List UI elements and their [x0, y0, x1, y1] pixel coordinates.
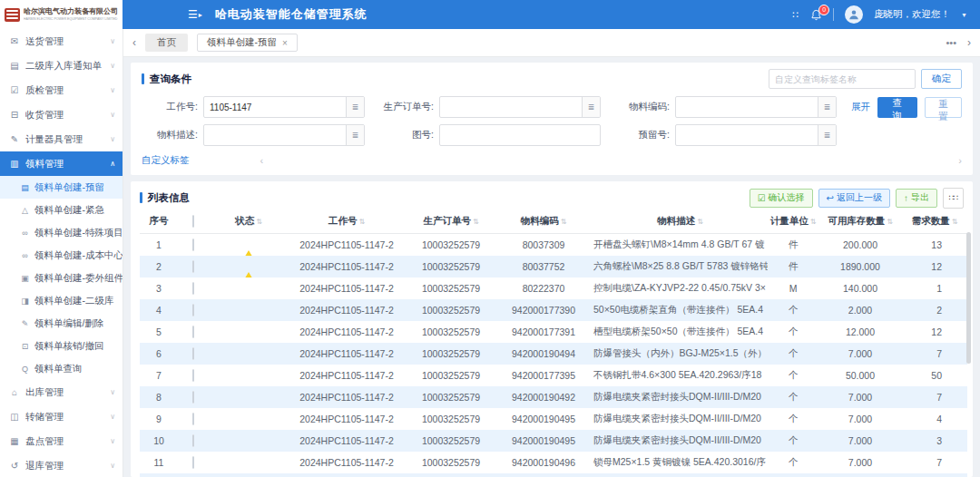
- query-field-input[interactable]: [676, 97, 818, 117]
- row-checkbox[interactable]: [192, 304, 194, 316]
- back-level-button[interactable]: ↩ 返回上一级: [818, 189, 890, 208]
- sidebar-item[interactable]: ▦盘点管理∨: [0, 429, 122, 453]
- sidebar-item[interactable]: ▥领料管理∧: [0, 151, 122, 176]
- query-field-input[interactable]: [440, 125, 600, 145]
- tab-home[interactable]: 首页: [145, 34, 188, 52]
- column-header[interactable]: 计量单位⇅: [768, 209, 818, 234]
- query-field-input[interactable]: [440, 97, 582, 117]
- column-header[interactable]: 工作号⇅: [289, 209, 405, 234]
- chevron-down-icon: ∨: [110, 462, 115, 470]
- sidebar-item[interactable]: ⌂出库管理∨: [0, 380, 122, 404]
- sort-icon: ⇅: [256, 218, 262, 226]
- company-name: 哈尔滨电气动力装备有限公司: [24, 8, 118, 16]
- reset-button[interactable]: 重置: [925, 97, 963, 118]
- table-row[interactable]: 12024HPC1105-1147-21000325257980037309开槽…: [140, 234, 967, 257]
- sidebar-item[interactable]: ✉送货管理∨: [0, 29, 122, 54]
- sort-icon: ⇅: [952, 218, 958, 226]
- user-avatar[interactable]: [845, 5, 863, 24]
- table-row[interactable]: 62024HPC1105-1147-2100032525799420001904…: [140, 343, 967, 365]
- transfer-icon: ◫: [9, 412, 20, 422]
- sidebar-item[interactable]: ↺退库管理∨: [0, 453, 122, 477]
- table-row[interactable]: 102024HPC1105-1147-210003252579942000190…: [140, 430, 967, 452]
- column-header[interactable]: 生产订单号⇅: [405, 209, 497, 234]
- tabs-back-icon[interactable]: ‹: [132, 36, 136, 49]
- custom-tag-name-input[interactable]: [769, 69, 916, 89]
- query-field-input[interactable]: [676, 125, 818, 145]
- app-root: 哈尔滨电气动力装备有限公司 HARBIN ELECTRIC POWER EQUI…: [0, 0, 980, 477]
- search-button[interactable]: 查询: [877, 97, 917, 118]
- outsourced-component-icon: ▣: [20, 274, 30, 283]
- special-project-icon: ∞: [20, 229, 30, 238]
- export-button[interactable]: ↑ 导出: [896, 189, 937, 208]
- fullscreen-icon[interactable]: ∷: [792, 9, 799, 21]
- tags-scroll-left-icon[interactable]: ‹: [260, 155, 264, 166]
- sidebar-subitem[interactable]: Q领料单查询: [0, 357, 122, 380]
- row-checkbox[interactable]: [192, 391, 194, 404]
- column-header[interactable]: 物料描述⇅: [590, 209, 768, 234]
- sidebar-subitem[interactable]: ◨领料单创建-二级库: [0, 289, 122, 312]
- row-checkbox[interactable]: [192, 260, 194, 273]
- filter-icon[interactable]: ≣: [346, 97, 364, 117]
- checkbox[interactable]: [192, 215, 194, 228]
- filter-icon[interactable]: ≣: [346, 125, 364, 145]
- row-checkbox[interactable]: [192, 413, 194, 425]
- tabs-forward-icon[interactable]: ›: [967, 36, 971, 49]
- sidebar-item[interactable]: ⊟收货管理∨: [0, 102, 122, 127]
- column-header[interactable]: 序号: [140, 209, 178, 234]
- welcome-text[interactable]: 庞晓明，欢迎您！: [874, 8, 950, 21]
- filter-icon[interactable]: ≣: [582, 97, 600, 117]
- chevron-up-icon: ∧: [110, 160, 115, 168]
- sidebar-subitem[interactable]: ▣领料单创建-委外组件: [0, 267, 122, 289]
- sidebar-subitem[interactable]: △领料单创建-紧急: [0, 199, 122, 221]
- column-header[interactable]: 需求数量⇅: [902, 209, 967, 234]
- row-checkbox[interactable]: [192, 434, 194, 447]
- row-checkbox[interactable]: [192, 238, 194, 251]
- sidebar-subitem[interactable]: ∞领料单创建-特殊项目: [0, 221, 122, 244]
- confirm-button[interactable]: 确定: [921, 69, 962, 89]
- chevron-down-icon[interactable]: ▼: [961, 12, 967, 18]
- sidebar-subitem[interactable]: ▤领料单创建-预留: [0, 176, 122, 199]
- tags-scroll-right-icon[interactable]: ›: [958, 155, 962, 166]
- row-checkbox[interactable]: [192, 326, 194, 338]
- table-row[interactable]: 32024HPC1105-1147-21000325257980222370控制…: [140, 277, 967, 299]
- table-row[interactable]: 42024HPC1105-1147-2100032525799420001773…: [140, 299, 967, 321]
- sidebar-item[interactable]: ✎计量器具管理∨: [0, 127, 122, 151]
- tab-active[interactable]: 领料单创建-预留 ×: [197, 34, 298, 52]
- table-row[interactable]: 72024HPC1105-1147-2100032525799420001773…: [140, 365, 967, 386]
- sidebar-subitem[interactable]: ⊡领料单核销/撤回: [0, 335, 122, 357]
- column-header[interactable]: 可用库存数量⇅: [818, 209, 902, 234]
- notification-bell-icon[interactable]: 0: [810, 9, 822, 21]
- filter-icon[interactable]: ≣: [818, 125, 836, 145]
- filter-icon[interactable]: ≣: [818, 97, 836, 117]
- column-settings-icon[interactable]: ∷∷: [943, 188, 964, 209]
- table-row[interactable]: 112024HPC1105-1147-210003252579942000190…: [140, 452, 967, 473]
- select-all-checkbox[interactable]: [178, 209, 209, 234]
- custom-tag-link[interactable]: 自定义标签: [142, 154, 190, 167]
- query-field-input[interactable]: [204, 125, 346, 145]
- stocktaking-icon: ▦: [9, 436, 20, 446]
- row-checkbox[interactable]: [192, 369, 194, 382]
- close-icon[interactable]: ×: [282, 38, 288, 48]
- query-field-input[interactable]: [204, 97, 346, 117]
- table-row[interactable]: 52024HPC1105-1147-2100032525799420001773…: [140, 321, 967, 343]
- vertical-scrollbar[interactable]: [966, 232, 971, 364]
- sidebar-item[interactable]: ◫转储管理∨: [0, 404, 122, 429]
- row-checkbox[interactable]: [192, 282, 194, 295]
- sidebar-item-label: 领料单查询: [34, 363, 83, 375]
- menu-collapse-icon[interactable]: ☰▸: [188, 8, 202, 21]
- table-row[interactable]: 82024HPC1105-1147-2100032525799420001904…: [140, 386, 967, 408]
- column-header[interactable]: 状态⇅: [209, 209, 289, 234]
- sidebar-item[interactable]: ▤二级库入库通知单∨: [0, 54, 122, 78]
- table-row[interactable]: 122024HPC1105-1147-310003252578942000003…: [140, 473, 967, 477]
- row-checkbox[interactable]: [192, 456, 194, 469]
- tabs-more-icon[interactable]: •••: [946, 37, 956, 48]
- expand-link[interactable]: 展开: [851, 101, 870, 113]
- table-row[interactable]: 22024HPC1105-1147-21000325257980037752六角…: [140, 256, 967, 277]
- table-row[interactable]: 92024HPC1105-1147-2100032525799420001904…: [140, 408, 967, 430]
- sidebar-subitem[interactable]: ∞领料单创建-成本中心: [0, 244, 122, 267]
- confirm-select-button[interactable]: ☑ 确认选择: [750, 189, 813, 208]
- sidebar-item[interactable]: ☑质检管理∨: [0, 78, 122, 102]
- sidebar-subitem[interactable]: ✎领料单编辑/删除: [0, 312, 122, 335]
- column-header[interactable]: 物料编码⇅: [497, 209, 590, 234]
- row-checkbox[interactable]: [192, 347, 194, 360]
